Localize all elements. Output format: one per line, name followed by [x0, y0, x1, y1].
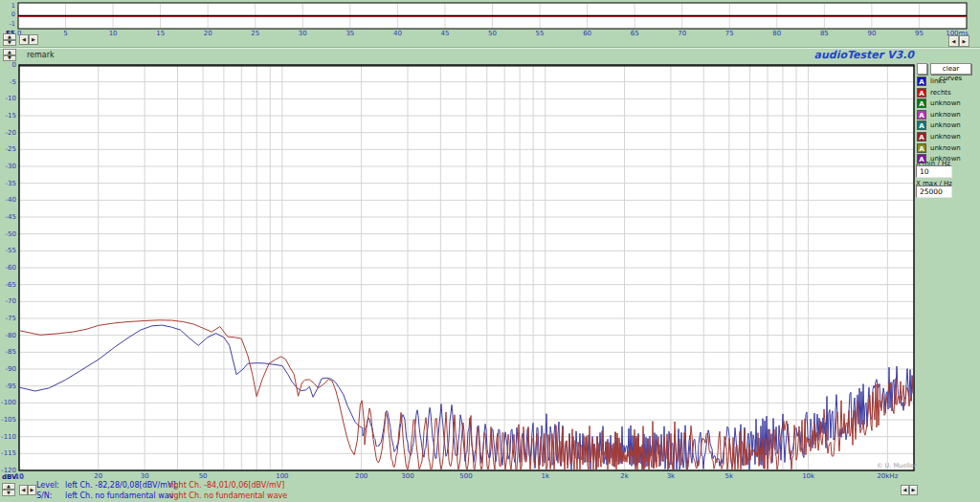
xaxis-zoom-spinner[interactable]: ▲ ▼ — [2, 483, 15, 496]
remark-spinner[interactable]: ▲ ▼ — [3, 49, 16, 61]
legend-swatch-unknown-4[interactable]: A — [917, 120, 926, 130]
y-axis-tick-label: -105 — [1, 416, 16, 424]
y-axis-tick-label: -40 — [1, 196, 16, 204]
legend-swatch-links-0[interactable]: A — [917, 76, 926, 86]
spin-up-icon[interactable]: ▲ — [2, 483, 15, 490]
ruler-tick-label: 5 — [50, 30, 82, 37]
legend-label: unknown — [930, 111, 961, 119]
y-axis-tick-label: -10 — [1, 95, 16, 102]
xmin-input[interactable]: 10 — [916, 165, 952, 178]
sn-label: S/N: — [36, 491, 52, 500]
x-axis-tick-label: 5k — [710, 472, 748, 480]
clear-curves-button[interactable]: clear curves — [930, 63, 971, 75]
x-axis-tick-label: 2k — [605, 472, 643, 480]
ruler-tick-label: 95 — [902, 30, 935, 37]
x-axis-tick-label: 3k — [652, 472, 690, 480]
legend-label: unknown — [930, 144, 961, 152]
plot-scroll-right-button[interactable]: ▶ — [909, 485, 918, 495]
y-axis-tick-label: -15 — [1, 112, 16, 120]
spin-down-icon[interactable]: ▼ — [2, 490, 15, 496]
sn-right-value: right Ch. no fundamental wave — [168, 491, 287, 500]
y-axis-tick-label: -65 — [1, 281, 16, 289]
ruler-tick-label: 25 — [239, 30, 272, 37]
y-axis-tick-label: -60 — [1, 264, 16, 272]
ruler-tick-label: 60 — [571, 30, 604, 37]
ruler-tick-label: 90 — [856, 30, 888, 37]
y-axis-tick-label: -55 — [1, 247, 16, 254]
xmax-input[interactable]: 25000 — [916, 186, 952, 198]
legend-label: unknown — [930, 99, 961, 107]
x-axis-tick-label: 200 — [343, 472, 381, 480]
y-axis-tick-label: -20 — [1, 129, 16, 137]
y-axis-tick-label: -90 — [1, 365, 16, 373]
y-axis-tick-label: -95 — [1, 382, 16, 390]
level-right-value: right Ch. -84,01/0,06[dBV/mV] — [168, 481, 284, 490]
ruler-tick-label: 15 — [145, 30, 177, 37]
ruler-tick-label: 100ms — [936, 30, 969, 37]
ruler-tick-label: 85 — [808, 30, 840, 37]
ruler-tick-label: 50 — [477, 30, 509, 37]
legend-label: unknown — [930, 133, 961, 141]
x-axis-tick-label: 10k — [790, 472, 828, 480]
x-axis-tick-label: 50 — [184, 472, 222, 480]
level-label: Level: — [36, 481, 59, 490]
spin-down-icon[interactable]: ▼ — [3, 40, 16, 47]
ruler-tick-label: 55 — [523, 30, 556, 37]
x-axis-tick-label: 500 — [447, 472, 485, 480]
legend-label: unknown — [930, 155, 961, 163]
ruler-scroll-left-button[interactable]: ◀ — [19, 34, 29, 45]
y-axis-tick-label: -100 — [1, 399, 16, 406]
legend-swatch-unknown-7[interactable]: A — [917, 154, 926, 164]
curve-color-swatch-button[interactable] — [917, 63, 927, 75]
ruler-tick-label: 65 — [618, 30, 651, 37]
ruler-tick-label: 35 — [334, 30, 367, 37]
copyright-label: © U. Mueller — [877, 462, 916, 469]
remark-label: remark — [27, 51, 55, 59]
legend-swatch-unknown-5[interactable]: A — [917, 132, 926, 142]
level-left-value: left Ch. -82,28/0,08[dBV/mV] — [65, 481, 176, 490]
legend-label: unknown — [930, 121, 961, 129]
strip-amplitude-label: 0 — [4, 11, 15, 18]
ruler-zoom-spinner[interactable]: ▲ ▼ — [3, 33, 16, 46]
y-axis-tick-label: -50 — [1, 230, 16, 238]
ruler-tick-label: 20 — [191, 30, 224, 37]
legend-swatch-unknown-6[interactable]: A — [917, 143, 926, 153]
sn-left-value: left Ch. no fundamental wav — [65, 491, 173, 500]
y-axis-tick-label: 0 — [1, 61, 16, 69]
legend-label: links — [930, 77, 946, 85]
ruler-tick-label: 10 — [97, 30, 129, 37]
ruler-tick-label: 80 — [761, 30, 793, 37]
xaxis-scroll-right-button[interactable]: ▶ — [28, 485, 36, 495]
y-axis-tick-label: -110 — [1, 433, 16, 441]
y-axis-tick-label: -75 — [1, 315, 16, 322]
ruler-tick-label: 30 — [286, 30, 319, 37]
legend-swatch-unknown-2[interactable]: A — [917, 98, 926, 108]
y-axis-tick-label: -30 — [1, 163, 16, 170]
ruler-scroll-right-button[interactable]: ▶ — [29, 34, 38, 45]
y-axis-tick-label: -35 — [1, 180, 16, 187]
y-axis-tick-label: -85 — [1, 348, 16, 356]
y-axis-tick-label: -25 — [1, 145, 16, 153]
ruler-tick-label: 45 — [429, 30, 461, 37]
audiotester-window: { "title": "audioTester V3.0", "remark_l… — [0, 0, 980, 502]
y-axis-tick-label: -70 — [1, 297, 16, 305]
spectrum-plot-canvas — [0, 0, 980, 502]
x-axis-tick-label: 300 — [389, 472, 427, 480]
xaxis-scroll-left-button[interactable]: ◀ — [19, 485, 28, 495]
ruler-tick-label: 70 — [666, 30, 699, 37]
plot-scroll-left-button[interactable]: ◀ — [901, 485, 909, 495]
y-axis-tick-label: -80 — [1, 332, 16, 339]
x-axis-first-tick-label: 10 — [15, 473, 24, 481]
y-axis-tick-label: -5 — [1, 78, 16, 86]
x-axis-tick-label: 20kHz — [868, 472, 906, 480]
legend-swatch-unknown-3[interactable]: A — [917, 110, 926, 120]
x-axis-tick-label: 1k — [526, 472, 565, 480]
x-axis-tick-label: 100 — [263, 472, 301, 480]
legend-swatch-rechts-1[interactable]: A — [917, 88, 926, 98]
legend-label: rechts — [930, 89, 951, 97]
ruler-tick-label: 75 — [713, 30, 746, 37]
strip-amplitude-label: -1 — [4, 20, 15, 28]
ruler-tick-label: 40 — [381, 30, 413, 37]
strip-amplitude-label: 1 — [4, 2, 15, 10]
x-axis-tick-label: 20 — [79, 472, 118, 480]
